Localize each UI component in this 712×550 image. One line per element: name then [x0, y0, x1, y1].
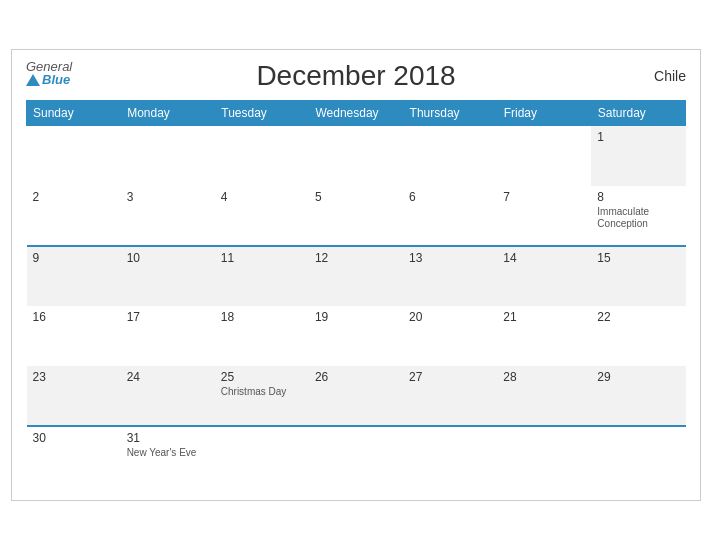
day-number: 23 [33, 370, 115, 384]
calendar-day-cell: 9 [27, 246, 121, 306]
calendar-header: General Blue December 2018 Chile [26, 60, 686, 92]
country-label: Chile [654, 68, 686, 84]
calendar-day-cell: 13 [403, 246, 497, 306]
logo-triangle-icon [26, 74, 40, 86]
calendar-day-cell: 31New Year's Eve [121, 426, 215, 486]
day-number: 14 [503, 251, 585, 265]
calendar-week-row: 9101112131415 [27, 246, 686, 306]
calendar-day-cell: 12 [309, 246, 403, 306]
calendar-day-cell: 23 [27, 366, 121, 426]
calendar-day-cell: 8Immaculate Conception [591, 186, 685, 246]
holiday-name: Christmas Day [221, 386, 303, 398]
day-number: 3 [127, 190, 209, 204]
calendar-day-cell: 19 [309, 306, 403, 366]
calendar-day-cell: 2 [27, 186, 121, 246]
holiday-name: New Year's Eve [127, 447, 209, 459]
day-number: 13 [409, 251, 491, 265]
calendar-day-cell [591, 426, 685, 486]
calendar-day-cell: 27 [403, 366, 497, 426]
day-number: 28 [503, 370, 585, 384]
calendar-day-cell: 11 [215, 246, 309, 306]
day-number: 26 [315, 370, 397, 384]
weekday-header-sunday: Sunday [27, 101, 121, 126]
calendar-week-row: 2345678Immaculate Conception [27, 186, 686, 246]
calendar-day-cell: 14 [497, 246, 591, 306]
day-number: 20 [409, 310, 491, 324]
calendar-day-cell: 5 [309, 186, 403, 246]
calendar-table: SundayMondayTuesdayWednesdayThursdayFrid… [26, 100, 686, 486]
day-number: 2 [33, 190, 115, 204]
day-number: 17 [127, 310, 209, 324]
day-number: 21 [503, 310, 585, 324]
weekday-header-thursday: Thursday [403, 101, 497, 126]
calendar-day-cell [121, 126, 215, 186]
weekday-header-row: SundayMondayTuesdayWednesdayThursdayFrid… [27, 101, 686, 126]
calendar-day-cell: 7 [497, 186, 591, 246]
calendar-week-row: 1 [27, 126, 686, 186]
day-number: 9 [33, 251, 115, 265]
calendar-container: General Blue December 2018 Chile SundayM… [11, 49, 701, 501]
calendar-day-cell: 22 [591, 306, 685, 366]
calendar-day-cell [497, 126, 591, 186]
calendar-day-cell: 24 [121, 366, 215, 426]
day-number: 24 [127, 370, 209, 384]
calendar-week-row: 232425Christmas Day26272829 [27, 366, 686, 426]
calendar-day-cell: 3 [121, 186, 215, 246]
day-number: 22 [597, 310, 679, 324]
day-number: 10 [127, 251, 209, 265]
calendar-day-cell: 25Christmas Day [215, 366, 309, 426]
day-number: 31 [127, 431, 209, 445]
day-number: 19 [315, 310, 397, 324]
calendar-day-cell: 18 [215, 306, 309, 366]
weekday-header-friday: Friday [497, 101, 591, 126]
logo-blue-container: Blue [26, 73, 72, 86]
calendar-day-cell [309, 426, 403, 486]
calendar-week-row: 3031New Year's Eve [27, 426, 686, 486]
calendar-day-cell: 20 [403, 306, 497, 366]
day-number: 16 [33, 310, 115, 324]
calendar-day-cell: 10 [121, 246, 215, 306]
weekday-header-monday: Monday [121, 101, 215, 126]
calendar-day-cell: 16 [27, 306, 121, 366]
day-number: 11 [221, 251, 303, 265]
calendar-day-cell [497, 426, 591, 486]
calendar-day-cell: 21 [497, 306, 591, 366]
calendar-week-row: 16171819202122 [27, 306, 686, 366]
day-number: 25 [221, 370, 303, 384]
day-number: 27 [409, 370, 491, 384]
calendar-day-cell: 29 [591, 366, 685, 426]
logo: General Blue [26, 60, 72, 86]
calendar-title: December 2018 [256, 60, 455, 92]
day-number: 18 [221, 310, 303, 324]
holiday-name: Immaculate Conception [597, 206, 679, 230]
weekday-header-wednesday: Wednesday [309, 101, 403, 126]
calendar-day-cell: 28 [497, 366, 591, 426]
weekday-header-saturday: Saturday [591, 101, 685, 126]
logo-blue-text: Blue [42, 73, 70, 86]
calendar-day-cell: 15 [591, 246, 685, 306]
day-number: 4 [221, 190, 303, 204]
calendar-day-cell: 17 [121, 306, 215, 366]
calendar-day-cell: 30 [27, 426, 121, 486]
weekday-header-tuesday: Tuesday [215, 101, 309, 126]
calendar-day-cell: 6 [403, 186, 497, 246]
calendar-day-cell [215, 426, 309, 486]
calendar-day-cell: 26 [309, 366, 403, 426]
day-number: 8 [597, 190, 679, 204]
calendar-day-cell [403, 126, 497, 186]
calendar-day-cell [403, 426, 497, 486]
calendar-day-cell [215, 126, 309, 186]
day-number: 7 [503, 190, 585, 204]
day-number: 15 [597, 251, 679, 265]
calendar-day-cell [309, 126, 403, 186]
calendar-day-cell: 4 [215, 186, 309, 246]
day-number: 5 [315, 190, 397, 204]
day-number: 12 [315, 251, 397, 265]
day-number: 29 [597, 370, 679, 384]
day-number: 6 [409, 190, 491, 204]
calendar-day-cell: 1 [591, 126, 685, 186]
calendar-day-cell [27, 126, 121, 186]
day-number: 1 [597, 130, 679, 144]
day-number: 30 [33, 431, 115, 445]
